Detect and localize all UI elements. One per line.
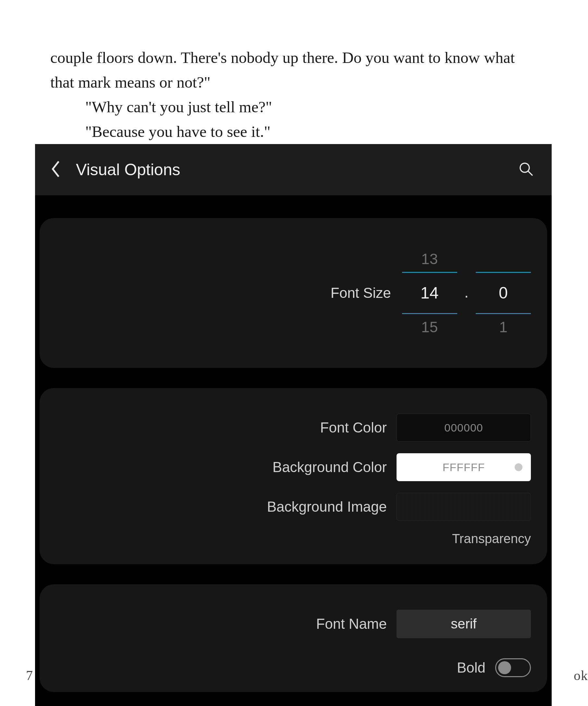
font-name-card: Font Name serif Bold bbox=[40, 584, 547, 692]
search-icon bbox=[518, 162, 534, 178]
font-name-value: serif bbox=[451, 616, 476, 632]
page-number-left: 7 bbox=[26, 668, 33, 683]
font-size-dec-value: 0 bbox=[476, 272, 531, 314]
background-image-label: Background Image bbox=[267, 499, 387, 515]
chevron-left-icon bbox=[51, 161, 61, 179]
background-color-label: Background Color bbox=[273, 459, 387, 475]
background-image-swatch[interactable] bbox=[397, 493, 531, 521]
font-size-int-next: 15 bbox=[421, 314, 438, 340]
bold-label: Bold bbox=[457, 660, 485, 676]
font-color-swatch[interactable]: 000000 bbox=[397, 414, 531, 441]
book-line-3: "Because you have to see it." bbox=[85, 123, 271, 141]
font-size-int-value: 14 bbox=[402, 272, 457, 314]
book-line-1: couple floors down. There's nobody up th… bbox=[50, 49, 515, 91]
background-color-value: FFFFFF bbox=[443, 461, 485, 474]
font-color-value: 000000 bbox=[444, 422, 483, 434]
font-name-field[interactable]: serif bbox=[397, 610, 531, 638]
font-color-label: Font Color bbox=[320, 420, 387, 436]
colors-card: Font Color 000000 Background Color FFFFF… bbox=[40, 388, 547, 564]
page-fragment-right: ok bbox=[574, 668, 588, 683]
font-size-spinner-group: 13 14 15 . 0 1 bbox=[402, 246, 531, 340]
svg-line-1 bbox=[528, 171, 533, 175]
font-size-decimal-spinner[interactable]: 0 1 bbox=[476, 246, 531, 340]
background-color-swatch[interactable]: FFFFFF bbox=[397, 453, 531, 481]
font-name-label: Font Name bbox=[316, 616, 387, 632]
bold-toggle[interactable] bbox=[495, 658, 531, 677]
svg-point-0 bbox=[520, 163, 529, 172]
font-size-int-prev: 13 bbox=[421, 246, 438, 272]
font-size-card: Font Size 13 14 15 . 0 1 bbox=[40, 218, 547, 368]
font-size-integer-spinner[interactable]: 13 14 15 bbox=[402, 246, 457, 340]
search-button[interactable] bbox=[515, 158, 537, 181]
font-size-dec-next: 1 bbox=[499, 314, 508, 340]
book-line-2: "Why can't you just tell me?" bbox=[85, 98, 272, 116]
panel-header: Visual Options bbox=[35, 144, 552, 195]
transparency-label[interactable]: Transparency bbox=[452, 532, 531, 546]
visual-options-panel: Visual Options Font Size 13 14 15 . bbox=[35, 144, 552, 706]
back-button[interactable] bbox=[45, 158, 68, 181]
font-size-label: Font Size bbox=[331, 285, 391, 301]
font-size-separator: . bbox=[464, 283, 469, 303]
panel-title: Visual Options bbox=[76, 160, 515, 179]
